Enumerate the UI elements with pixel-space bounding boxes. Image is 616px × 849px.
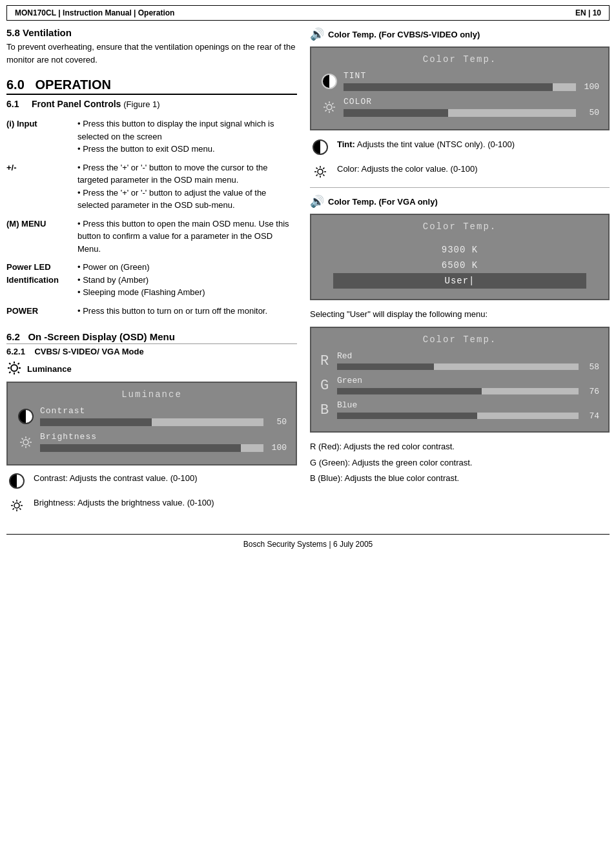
green-content: Green 76: [337, 376, 599, 396]
control-label: Power LEDIdentification: [6, 259, 77, 303]
blue-bar-row: 74: [337, 411, 599, 421]
brightness-description: Brightness: Adjusts the brightness value…: [6, 496, 297, 513]
luminance-screen-title: Luminance: [17, 389, 287, 400]
red-label: Red: [337, 351, 599, 361]
color-icon-cell: [320, 99, 338, 115]
control-desc: Power on (Green) Stand by (Amber) Sleepi…: [77, 259, 297, 303]
table-row: POWER Press this button to turn on or tu…: [6, 303, 297, 322]
svg-line-24: [19, 508, 21, 509]
svg-point-0: [11, 365, 17, 371]
svg-line-15: [28, 445, 30, 446]
contrast-desc-text: Contrast: Adjusts the contrast value. (0…: [34, 472, 198, 485]
tint-icon: [322, 74, 337, 89]
color-temp-user-screen-title: Color Temp.: [320, 334, 599, 345]
user-note: Selecting "User" will display the follow…: [310, 308, 610, 322]
brightness-icon-cell: [17, 435, 35, 450]
green-bar-row: 76: [337, 387, 599, 396]
color-temp-vga-screen-title: Color Temp.: [320, 221, 599, 232]
red-value: 58: [581, 362, 599, 372]
svg-line-17: [22, 445, 23, 446]
blue-bar: [337, 413, 579, 419]
brightness-value: 100: [267, 443, 287, 453]
svg-point-36: [318, 169, 323, 174]
color-bar-row: 50: [344, 108, 599, 118]
red-bar-fill: [337, 363, 434, 370]
svg-line-35: [325, 110, 327, 111]
front-panel-title: 6.1 Front Panel Controls (Figure 1): [6, 99, 297, 109]
table-row: (i) Input Press this button to display t…: [6, 116, 297, 159]
ventilation-text: To prevent overheating, ensure that the …: [6, 41, 297, 66]
control-label: +/-: [6, 159, 77, 216]
contrast-icon-cell: [17, 409, 35, 424]
brightness-row: Brightness 100: [17, 432, 287, 453]
brightness-bar-fill: [40, 444, 241, 452]
breadcrumb-path: Instruction Manual | Operation: [63, 8, 174, 17]
svg-line-6: [18, 372, 19, 373]
blue-content: Blue 74: [337, 400, 599, 421]
contrast-bar: [40, 418, 263, 426]
color-desc-text: Color: Adjusts the color value. (0-100): [337, 163, 478, 176]
sun-icon: [6, 360, 22, 378]
osd-menu-section: 6.2 On -Screen Display (OSD) Menu 6.2.1 …: [6, 331, 297, 513]
brightness-content: Brightness 100: [40, 432, 287, 453]
contrast-bar-row: 50: [40, 417, 287, 427]
svg-line-33: [332, 110, 333, 111]
green-desc: G (Green): Adjusts the green color contr…: [310, 456, 610, 470]
osd-subtitle: 6.2.1 CVBS/ S-VIDEO/ VGA Mode: [6, 347, 297, 356]
svg-line-44: [316, 174, 318, 176]
svg-line-42: [323, 174, 324, 176]
vga-options: 9300 K 6500 K User|: [320, 238, 599, 292]
red-content: Red 58: [337, 351, 599, 372]
table-row: (M) MENU Press this button to open the m…: [6, 216, 297, 260]
operation-title: 6.0 OPERATION: [6, 77, 297, 95]
section-divider: [310, 187, 610, 188]
osd-title: 6.2 On -Screen Display (OSD) Menu: [6, 331, 297, 344]
svg-point-27: [327, 105, 332, 110]
controls-table: (i) Input Press this button to display t…: [6, 116, 297, 321]
color-label: COLOR: [344, 97, 599, 107]
tint-bar-fill: [344, 83, 553, 91]
svg-line-43: [323, 168, 324, 169]
color-temp-vga-screen: Color Temp. 9300 K 6500 K User|: [310, 214, 610, 300]
contrast-desc-icon: [6, 472, 27, 489]
tint-icon-cell: [320, 74, 338, 89]
blue-label: Blue: [337, 400, 599, 410]
tint-description: Tint: Adjusts the tint value (NTSC only)…: [310, 138, 610, 155]
brightness-bar: [40, 444, 263, 452]
svg-line-8: [9, 372, 10, 373]
main-content: 5.8 Ventilation To prevent overheating, …: [0, 21, 616, 521]
red-desc: R (Red): Adjusts the red color contrast.: [310, 440, 610, 454]
ventilation-title: 5.8 Ventilation: [6, 27, 297, 38]
tint-content: TINT 100: [344, 71, 599, 92]
svg-line-34: [332, 103, 333, 105]
color-temp-cvbs-header: 🔊 Color Temp. (For CVBS/S-VIDEO only): [310, 27, 610, 41]
brightness-icon: [18, 435, 34, 450]
color-bar-fill: [344, 109, 448, 117]
luminance-label: Luminance: [27, 364, 72, 374]
brightness-desc-text: Brightness: Adjusts the brightness value…: [34, 496, 214, 509]
svg-line-41: [316, 168, 318, 169]
contrast-content: Contrast 50: [40, 406, 287, 427]
svg-line-25: [19, 502, 21, 503]
color-sun-icon: [322, 99, 337, 115]
svg-line-7: [18, 363, 19, 364]
color-temp-cvbs-icon: 🔊: [310, 27, 324, 41]
green-bar-fill: [337, 388, 482, 394]
color-value: 50: [580, 108, 599, 118]
contrast-description: Contrast: Adjusts the contrast value. (0…: [6, 472, 297, 489]
red-bar-row: 58: [337, 362, 599, 372]
control-desc: Press this button to open the main OSD m…: [77, 216, 297, 260]
color-temp-vga-icon: 🔊: [310, 194, 324, 209]
table-row: +/- Press the '+' or '-' button to move …: [6, 159, 297, 216]
control-label: POWER: [6, 303, 77, 322]
ventilation-section: 5.8 Ventilation To prevent overheating, …: [6, 27, 297, 66]
tint-desc-text: Tint: Adjusts the tint value (NTSC only)…: [337, 138, 515, 151]
tint-row: TINT 100: [320, 71, 599, 92]
svg-point-18: [14, 503, 19, 508]
color-desc-icon: [310, 163, 331, 179]
vga-option-user: User|: [333, 273, 586, 289]
color-temp-cvbs-screen: Color Temp. TINT 100: [310, 46, 610, 130]
tint-bar-row: 100: [344, 82, 599, 92]
contrast-bar-fill: [40, 418, 152, 426]
red-letter: R: [320, 353, 333, 369]
